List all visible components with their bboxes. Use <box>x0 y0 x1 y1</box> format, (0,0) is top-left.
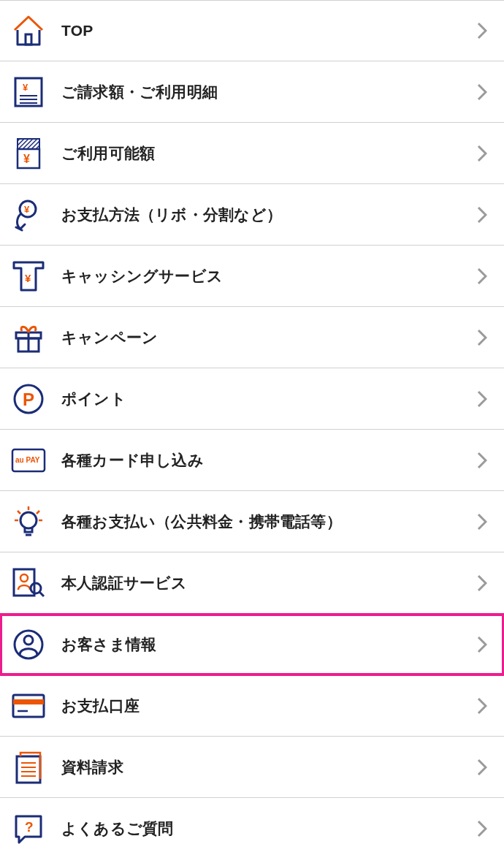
svg-rect-6 <box>18 139 39 149</box>
chevron-right-icon <box>473 697 491 715</box>
chevron-right-icon <box>473 513 491 531</box>
menu-item-card-apply[interactable]: au PAY 各種カード申し込み <box>0 430 504 491</box>
svg-text:?: ? <box>25 819 34 835</box>
svg-line-22 <box>18 511 20 514</box>
svg-line-29 <box>39 592 44 596</box>
chevron-right-icon <box>473 759 491 776</box>
menu-item-billing[interactable]: ¥ ご請求額・ご利用明細 <box>0 61 504 123</box>
statement-icon: ¥ <box>10 74 47 110</box>
home-icon <box>10 12 47 49</box>
menu-item-top[interactable]: TOP <box>0 0 504 61</box>
svg-rect-33 <box>13 699 44 704</box>
chevron-right-icon <box>473 329 491 346</box>
menu-item-label: 各種お支払い（公共料金・携帯電話等） <box>61 512 473 532</box>
menu-item-label: キャッシングサービス <box>61 266 473 286</box>
menu-item-customer-info[interactable]: お客さま情報 <box>0 614 504 675</box>
chevron-right-icon <box>473 145 491 162</box>
menu-item-payment-method[interactable]: ¥ お支払方法（リボ・分割など） <box>0 184 504 246</box>
svg-rect-32 <box>13 695 44 717</box>
svg-point-28 <box>31 583 41 593</box>
menu-item-doc-request[interactable]: 資料請求 <box>0 737 504 798</box>
bank-card-icon <box>10 688 47 724</box>
point-icon: P <box>10 381 47 417</box>
menu-list: TOP ¥ ご請求額・ご利用明細 <box>0 0 504 855</box>
menu-item-utility[interactable]: 各種お支払い（公共料金・携帯電話等） <box>0 491 504 552</box>
menu-item-label: ご利用可能額 <box>61 143 473 164</box>
chevron-right-icon <box>473 206 491 224</box>
svg-text:P: P <box>23 390 34 409</box>
chevron-right-icon <box>473 267 491 285</box>
svg-point-27 <box>20 574 28 582</box>
faq-icon: ? <box>10 810 47 847</box>
menu-item-label: よくあるご質問 <box>61 818 473 839</box>
svg-text:au PAY: au PAY <box>15 456 40 464</box>
menu-item-cashing[interactable]: ¥ キャッシングサービス <box>0 246 504 307</box>
svg-rect-1 <box>15 78 42 106</box>
menu-item-label: ポイント <box>61 389 473 409</box>
menu-item-label: 資料請求 <box>61 757 473 778</box>
chevron-right-icon <box>473 636 491 653</box>
chevron-right-icon <box>473 22 491 39</box>
document-icon <box>10 749 47 786</box>
menu-item-label: 各種カード申し込み <box>61 450 473 471</box>
svg-point-19 <box>20 512 37 528</box>
svg-line-23 <box>37 511 39 514</box>
chevron-right-icon <box>473 574 491 592</box>
menu-item-label: TOP <box>61 22 473 39</box>
svg-text:¥: ¥ <box>23 153 30 165</box>
menu-item-label: 本人認証サービス <box>61 573 473 593</box>
aupay-card-icon: au PAY <box>10 442 47 479</box>
payment-method-icon: ¥ <box>10 197 47 233</box>
svg-rect-0 <box>26 34 31 45</box>
menu-item-credit-limit[interactable]: ¥ ご利用可能額 <box>0 123 504 184</box>
menu-item-label: キャンペーン <box>61 327 473 348</box>
gift-icon <box>10 319 47 356</box>
menu-item-label: ご請求額・ご利用明細 <box>61 82 473 102</box>
menu-item-auth[interactable]: 本人認証サービス <box>0 552 504 614</box>
menu-item-label: お支払口座 <box>61 696 473 716</box>
atm-icon: ¥ <box>10 258 47 294</box>
lightbulb-icon <box>10 503 47 540</box>
credit-limit-icon: ¥ <box>10 135 47 172</box>
chevron-right-icon <box>473 820 491 837</box>
svg-point-31 <box>24 636 33 645</box>
svg-rect-35 <box>17 756 40 783</box>
menu-item-points[interactable]: P ポイント <box>0 368 504 430</box>
menu-item-label: お支払方法（リボ・分割など） <box>61 205 473 225</box>
svg-text:¥: ¥ <box>24 204 30 215</box>
svg-text:¥: ¥ <box>25 272 31 284</box>
svg-text:¥: ¥ <box>23 82 28 93</box>
chevron-right-icon <box>473 390 491 408</box>
identity-icon <box>10 565 47 601</box>
menu-item-campaign[interactable]: キャンペーン <box>0 307 504 368</box>
chevron-right-icon <box>473 83 491 101</box>
menu-item-label: お客さま情報 <box>61 634 473 655</box>
menu-item-bank-account[interactable]: お支払口座 <box>0 675 504 737</box>
menu-item-faq[interactable]: ? よくあるご質問 <box>0 798 504 855</box>
chevron-right-icon <box>473 452 491 469</box>
profile-icon <box>10 626 47 663</box>
